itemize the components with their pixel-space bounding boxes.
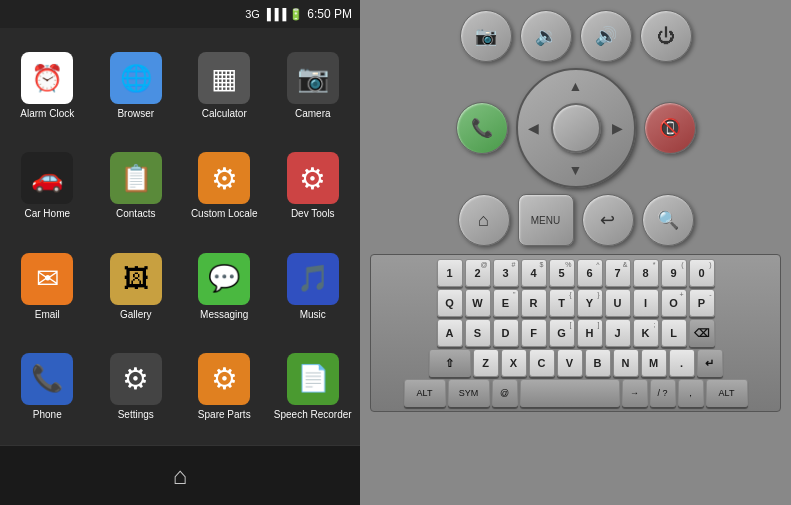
app-label-messaging: Messaging [200,309,248,321]
app-car-home[interactable]: 🚗Car Home [5,138,90,234]
kb-key-7[interactable]: &7 [605,259,631,287]
app-icon-camera: 📷 [287,52,339,104]
kb-key-J[interactable]: J [605,319,631,347]
screenshot-button[interactable]: 📷 [460,10,512,62]
kb-key-1[interactable]: 1 [437,259,463,287]
kb-key-⇧[interactable]: ⇧ [429,349,471,377]
kb-key-Q[interactable]: Q [437,289,463,317]
app-label-speech-recorder: Speech Recorder [274,409,352,421]
kb-key-2[interactable]: @2 [465,259,491,287]
kb-key-D[interactable]: D [493,319,519,347]
app-calculator[interactable]: ▦Calculator [182,38,267,134]
android-home-button[interactable]: ⌂ [458,194,510,246]
app-icon-spare-parts: ⚙ [198,353,250,405]
app-gallery[interactable]: 🖼Gallery [94,239,179,335]
kb-key-L[interactable]: L [661,319,687,347]
kb-key-ALT[interactable]: ALT [404,379,446,407]
kb-key-C[interactable]: C [529,349,555,377]
app-alarm-clock[interactable]: ⏰Alarm Clock [5,38,90,134]
kb-key-V[interactable]: V [557,349,583,377]
app-settings[interactable]: ⚙Settings [94,339,179,435]
menu-button[interactable]: MENU [518,194,574,246]
app-email[interactable]: ✉Email [5,239,90,335]
kb-key-SYM[interactable]: SYM [448,379,490,407]
control-row-2: 📞 ▲ ▼ ◀ ▶ 📵 [456,68,696,188]
kb-key-ALT[interactable]: ALT [706,379,748,407]
kb-key-space[interactable] [520,379,620,407]
kb-key-6[interactable]: ^6 [577,259,603,287]
app-icon-speech-recorder: 📄 [287,353,339,405]
kb-key-5[interactable]: %5 [549,259,575,287]
control-row-3: ⌂ MENU ↩ 🔍 [458,194,694,246]
kb-key-，[interactable]: ， [678,379,704,407]
dpad-down[interactable]: ▼ [566,160,586,180]
search-button[interactable]: 🔍 [642,194,694,246]
app-icon-settings: ⚙ [110,353,162,405]
dpad-left[interactable]: ◀ [524,118,544,138]
kb-key-⌫[interactable]: ⌫ [689,319,715,347]
vol-up-button[interactable]: 🔊 [580,10,632,62]
kb-key-Z[interactable]: Z [473,349,499,377]
signal-icon: 3G [245,8,260,20]
app-messaging[interactable]: 💬Messaging [182,239,267,335]
app-speech-recorder[interactable]: 📄Speech Recorder [271,339,356,435]
app-icon-alarm-clock: ⏰ [21,52,73,104]
kb-key-→[interactable]: → [622,379,648,407]
kb-key-9[interactable]: (9 [661,259,687,287]
kb-key-A[interactable]: A [437,319,463,347]
kb-key-P[interactable]: -P [689,289,715,317]
app-label-gallery: Gallery [120,309,152,321]
kb-key-↵[interactable]: ↵ [697,349,723,377]
app-phone[interactable]: 📞Phone [5,339,90,435]
dpad[interactable]: ▲ ▼ ◀ ▶ [516,68,636,188]
app-contacts[interactable]: 📋Contacts [94,138,179,234]
kb-key-H[interactable]: ]H [577,319,603,347]
kb-key-G[interactable]: [G [549,319,575,347]
controls-section: 📷 🔉 🔊 ⏻ 📞 ▲ ▼ ◀ ▶ 📵 ⌂ MENU ↩ 🔍 [370,10,781,246]
app-camera[interactable]: 📷Camera [271,38,356,134]
kb-key-B[interactable]: B [585,349,611,377]
home-button[interactable]: ⌂ [160,456,200,496]
kb-key-K[interactable]: ;K [633,319,659,347]
kb-row-0: 1@2#3$4%5^6&7*8(9)0 [375,259,776,287]
call-button[interactable]: 📞 [456,102,508,154]
kb-key-F[interactable]: F [521,319,547,347]
back-button[interactable]: ↩ [582,194,634,246]
kb-key-R[interactable]: R [521,289,547,317]
kb-key-S[interactable]: S [465,319,491,347]
kb-key-W[interactable]: W [465,289,491,317]
kb-key-T[interactable]: {T [549,289,575,317]
kb-key-@[interactable]: @ [492,379,518,407]
app-dev-tools[interactable]: ⚙Dev Tools [271,138,356,234]
end-call-button[interactable]: 📵 [644,102,696,154]
kb-key-E[interactable]: "E [493,289,519,317]
vol-down-button[interactable]: 🔉 [520,10,572,62]
app-label-custom-locale: Custom Locale [191,208,258,220]
kb-key-/ ?[interactable]: / ? [650,379,676,407]
kb-key-M[interactable]: M [641,349,667,377]
kb-key-.[interactable]: . [669,349,695,377]
kb-key-O[interactable]: +O [661,289,687,317]
app-custom-locale[interactable]: ⚙Custom Locale [182,138,267,234]
kb-key-8[interactable]: *8 [633,259,659,287]
dpad-up[interactable]: ▲ [566,76,586,96]
kb-key-X[interactable]: X [501,349,527,377]
app-browser[interactable]: 🌐Browser [94,38,179,134]
kb-key-N[interactable]: N [613,349,639,377]
dpad-right[interactable]: ▶ [608,118,628,138]
kb-key-I[interactable]: I [633,289,659,317]
app-music[interactable]: 🎵Music [271,239,356,335]
dpad-center[interactable] [551,103,601,153]
kb-key-0[interactable]: )0 [689,259,715,287]
app-label-spare-parts: Spare Parts [198,409,251,421]
kb-key-3[interactable]: #3 [493,259,519,287]
kb-key-U[interactable]: U [605,289,631,317]
kb-key-4[interactable]: $4 [521,259,547,287]
kb-key-Y[interactable]: }Y [577,289,603,317]
app-label-camera: Camera [295,108,331,120]
power-button[interactable]: ⏻ [640,10,692,62]
app-label-phone: Phone [33,409,62,421]
app-icon-gallery: 🖼 [110,253,162,305]
app-spare-parts[interactable]: ⚙Spare Parts [182,339,267,435]
time-display: 6:50 PM [307,7,352,21]
